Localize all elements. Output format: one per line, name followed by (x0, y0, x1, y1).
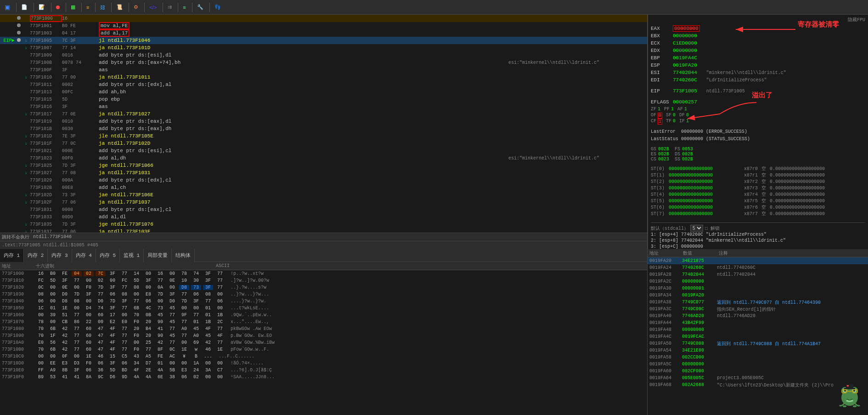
mem-hex-cell[interactable]: 00 (48, 319, 58, 324)
disasm-row[interactable]: 773F10090016add byte ptr ds:[esi],dl (0, 51, 647, 59)
mem-hex-cell[interactable]: 1B (203, 319, 213, 324)
disasm-row[interactable]: ↓773F103777 06ja ntdll.773F103F (0, 228, 647, 233)
mem-hex-cell[interactable]: FE (155, 354, 165, 359)
mem-hex-cell[interactable]: 00 (143, 285, 153, 290)
disasm-row[interactable]: 773F1029000Aadd byte ptr ds:[edx],cl (0, 176, 647, 184)
mem-hex-cell[interactable]: 1E (84, 354, 94, 359)
mem-hex-cell[interactable]: 77 (179, 292, 189, 297)
mem-hex-cell[interactable]: 70 (131, 313, 141, 318)
mem-hex-cell[interactable]: 42 (60, 340, 70, 345)
mem-hex-cell[interactable]: 00 (84, 278, 94, 283)
mem-hex-cell[interactable]: 77 (215, 278, 225, 283)
stack-row[interactable]: 0019FA4C0019FCAC (648, 333, 868, 340)
mem-hex-cell[interactable]: 4F (107, 347, 118, 352)
disasm-row[interactable]: 773F101300FCadd ah,bh (0, 88, 647, 96)
stack-row[interactable]: 0019FA64005E005Cproject3.005E005C (648, 375, 868, 381)
mem-hex-cell[interactable]: 4F (107, 333, 118, 338)
seh-btn[interactable]: ⛓ (97, 1, 109, 13)
mem-hex-cell[interactable]: D0 (96, 299, 106, 304)
mem-hex-cell[interactable]: 3F (203, 285, 213, 290)
mem-hex-cell[interactable]: 0C (36, 285, 46, 290)
mem-hex-cell[interactable]: 00 (72, 306, 82, 311)
disasm-row[interactable]: 773F1021000Eadd byte ptr ds:[esi],cl (0, 147, 647, 154)
mem-hex-cell[interactable]: 77 (72, 313, 82, 318)
mem-hex-cell[interactable]: FC (36, 278, 46, 283)
mem-hex-cell[interactable]: A0 (179, 326, 189, 331)
mem-hex-cell[interactable]: 16 (155, 271, 165, 276)
mem-hex-cell[interactable]: 4C (143, 306, 153, 311)
mem-hex-cell[interactable]: 3F (107, 361, 118, 366)
mem-hex-cell[interactable]: 1C (36, 306, 46, 311)
mem-hex-cell[interactable]: 60 (84, 326, 94, 331)
mem-hex-cell[interactable]: 00 (48, 299, 58, 304)
mem-hex-cell[interactable]: 45 (167, 319, 177, 324)
mem-hex-cell[interactable]: 7D (96, 285, 106, 290)
mem-hex-cell[interactable]: 90 (155, 333, 165, 338)
trace-btn[interactable]: 👣 (212, 1, 225, 13)
mem-hex-cell[interactable]: 08 (203, 292, 213, 297)
mem-hex-cell[interactable]: 77 (167, 340, 177, 345)
mem-hex-cell[interactable]: 06 (179, 375, 189, 380)
mem-hex-cell[interactable]: 10 (179, 278, 189, 283)
source-btn[interactable]: </> (147, 1, 161, 13)
mem-hex-cell[interactable]: 7D (72, 292, 82, 297)
mem-hex-cell[interactable]: 77 (119, 271, 130, 276)
stack-row[interactable]: 0019FA507749C088返回到 ntdll.7749C088 自 ntd… (648, 340, 868, 347)
mem-hex-cell[interactable]: D8 (60, 299, 70, 304)
mem-hex-cell[interactable]: 3F (84, 292, 94, 297)
mem-hex-cell[interactable]: 2E (143, 368, 153, 373)
mem-hex-cell[interactable]: 77 (119, 285, 130, 290)
mem-hex-cell[interactable]: F0 (131, 347, 141, 352)
mem-hex-cell[interactable]: 42 (60, 333, 70, 338)
disasm-row[interactable]: 773F100016 (0, 15, 647, 22)
reg-eax-value[interactable]: 00000000 (673, 25, 700, 32)
mem-hex-cell[interactable]: 0C (167, 347, 177, 352)
mem-hex-cell[interactable]: 47 (96, 347, 106, 352)
mem-hex-cell[interactable]: 69 (191, 340, 201, 345)
mem-tab[interactable]: 内存 1 (0, 249, 24, 262)
mem-hex-cell[interactable]: 06 (143, 299, 153, 304)
disasm-row[interactable]: ↓773F10257D 3Fjge ntdll.773F1066 (0, 162, 647, 169)
mem-data-row[interactable]: 773F10200C000E00F07D3F7708000A00D8733F77… (0, 284, 647, 291)
mem-hex-cell[interactable]: E0 (119, 319, 130, 324)
mem-hex-cell[interactable]: 00 (179, 306, 189, 311)
mem-hex-cell[interactable]: 0E (60, 285, 70, 290)
disasm-row[interactable]: 773F10190010add byte ptr ds:[eax],dl (0, 118, 647, 125)
mem-hex-cell[interactable]: 78 (36, 319, 46, 324)
mem-hex-cell[interactable]: 1F (48, 333, 58, 338)
mem-hex-cell[interactable]: 74 (191, 271, 201, 276)
mem-hex-cell[interactable]: 00 (36, 313, 46, 318)
mem-hex-cell[interactable]: 77 (96, 292, 106, 297)
mem-hex-cell[interactable]: 47 (96, 333, 106, 338)
mem-hex-cell[interactable]: ... (203, 354, 213, 359)
mem-hex-cell[interactable]: 00 (119, 313, 130, 318)
mem-hex-cell[interactable]: 6B (48, 347, 58, 352)
mem-hex-cell[interactable]: 77 (215, 340, 225, 345)
mem-tab[interactable]: 内存 4 (72, 249, 96, 262)
mem-hex-cell[interactable]: 20 (143, 319, 153, 324)
mem-data-row[interactable]: 773F10D000EEE3D3F0063F0634D70100001A0000… (0, 360, 647, 367)
mem-hex-cell[interactable]: 7D (155, 292, 165, 297)
mem-hex-cell[interactable]: 00 (36, 354, 46, 359)
mem-hex-cell[interactable]: CB (60, 319, 70, 324)
mem-hex-cell[interactable]: 46 (96, 354, 106, 359)
mem-hex-cell[interactable]: 77 (72, 340, 82, 345)
mem-hex-cell[interactable]: 73 (191, 285, 201, 290)
call-entry[interactable]: 2: [esp+8] 77402044 "minkernel\\ntdll\\l… (651, 238, 865, 244)
mem-hex-cell[interactable]: 77 (143, 347, 153, 352)
mem-hex-cell[interactable]: FC (119, 278, 130, 283)
mem-tab[interactable]: 局部变量 (144, 249, 172, 262)
mem-hex-cell[interactable]: D7 (143, 361, 153, 366)
mem-hex-cell[interactable]: 47 (96, 340, 106, 345)
mem-hex-cell[interactable]: 70 (36, 326, 46, 331)
mem-hex-cell[interactable]: 30 (191, 278, 201, 283)
mem-hex-cell[interactable]: 45 (167, 306, 177, 311)
mem-hex-cell[interactable]: 5D (48, 278, 58, 283)
disasm-row[interactable]: 773F100304 17add al,17 (0, 29, 647, 37)
call-select[interactable]: 5 (690, 225, 703, 232)
stack-row[interactable]: 0019FA247740260Cntdll.7740260C (648, 264, 868, 271)
call-entry[interactable]: 3: [esp+C] 00000000 (651, 244, 865, 249)
mem-hex-cell[interactable]: 77 (72, 333, 82, 338)
mem-hex-cell[interactable]: C7 (215, 368, 225, 373)
mem-hex-cell[interactable]: 20 (131, 326, 141, 331)
